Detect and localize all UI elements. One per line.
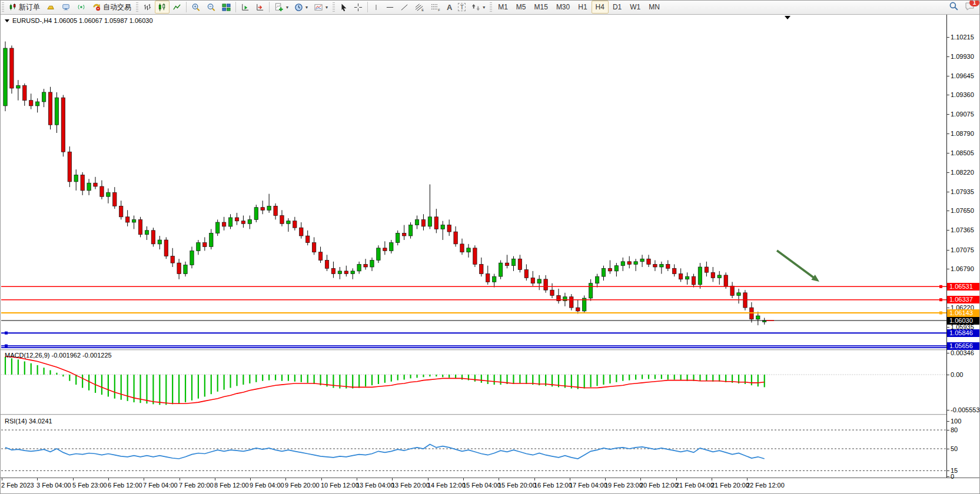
macd-tick — [947, 353, 949, 353]
timeframe-m15[interactable]: M15 — [530, 1, 552, 14]
time-tick — [747, 478, 748, 480]
chevron-down-icon[interactable]: ▾ — [325, 5, 328, 10]
time-tick — [499, 478, 499, 480]
chart-title-bar[interactable]: EURUSD-,H4 1.06005 1.06067 1.05987 1.060… — [5, 17, 153, 24]
timeframe-m1[interactable]: M1 — [494, 1, 512, 14]
zoom-out-button[interactable] — [204, 1, 219, 14]
rsi-indicator-pane[interactable] — [1, 415, 946, 478]
cursor-icon — [340, 3, 348, 12]
timeframe-w1[interactable]: W1 — [626, 1, 645, 14]
time-tick-label: 6 Feb 12:00 — [108, 482, 142, 489]
template-icon — [314, 3, 323, 12]
horizontal-line-button[interactable] — [383, 1, 397, 14]
timeframe-h1[interactable]: H1 — [574, 1, 591, 14]
time-tick — [357, 478, 357, 480]
rsi-tick — [947, 449, 949, 449]
vertical-line-button[interactable] — [370, 1, 383, 14]
gold-ingot-icon — [46, 3, 55, 11]
pane-separator[interactable] — [0, 414, 946, 415]
macd-indicator-pane[interactable] — [1, 351, 946, 414]
timeframe-m30[interactable]: M30 — [552, 1, 574, 14]
signal-button[interactable] — [74, 1, 89, 14]
timeframe-h4[interactable]: H4 — [592, 1, 609, 14]
time-tick — [250, 478, 251, 480]
chart-bars-button[interactable] — [140, 1, 155, 14]
horizontal-line-icon — [386, 3, 394, 12]
line-chart-icon — [172, 3, 181, 12]
chevron-down-icon[interactable]: ▾ — [286, 5, 288, 10]
auto-scroll-button[interactable] — [238, 1, 253, 14]
time-tick — [605, 478, 606, 480]
pane-separator[interactable] — [0, 349, 946, 351]
time-tick — [144, 478, 144, 480]
time-tick — [321, 478, 322, 480]
time-tick-label: 13 Feb 04:00 — [356, 482, 394, 489]
crosshair-button[interactable] — [351, 1, 366, 14]
time-tick — [37, 478, 38, 480]
price-axis[interactable]: 1.102151.099301.096451.093601.090751.087… — [946, 14, 980, 478]
price-tick-label: 1.09645 — [951, 72, 974, 79]
template-button[interactable]: ▾ — [311, 1, 331, 14]
macd-tick-label: -0.005553 — [951, 406, 980, 413]
text-label-icon: T — [458, 3, 466, 11]
timeframe-m5[interactable]: M5 — [512, 1, 530, 14]
price-tick-label: 1.07650 — [951, 207, 974, 214]
shapes-button[interactable]: ▾ — [469, 1, 488, 14]
time-tick-label: 5 Feb 23:00 — [72, 482, 107, 489]
chart-title: EURUSD-,H4 1.06005 1.06067 1.05987 1.060… — [12, 17, 153, 24]
notifications-button[interactable]: 1 — [965, 2, 975, 13]
price-tick — [947, 37, 949, 38]
fibonacci-button[interactable]: F — [428, 1, 444, 14]
main-toolbar: 新订单 自动交易 — [0, 0, 980, 15]
add-indicator-button[interactable]: ▾ — [271, 1, 291, 14]
time-tick — [534, 478, 535, 480]
terminal-button[interactable] — [58, 1, 74, 14]
price-tick-label: 1.09360 — [951, 91, 974, 98]
toolbar-grip[interactable] — [136, 2, 138, 12]
signal-icon — [77, 3, 86, 11]
chart-shift-button[interactable] — [253, 1, 267, 14]
shapes-arrows-icon — [471, 3, 480, 12]
time-axis[interactable]: 2 Feb 20233 Feb 04:005 Feb 23:006 Feb 12… — [0, 478, 980, 494]
macd-tick — [947, 375, 949, 375]
gold-button[interactable] — [43, 1, 58, 14]
trendline-icon — [400, 3, 409, 12]
timeframe-d1[interactable]: D1 — [609, 1, 626, 14]
chevron-down-icon[interactable]: ▾ — [305, 5, 308, 10]
time-tick-label: 2 Feb 2023 — [1, 482, 34, 489]
terminal-icon — [61, 3, 71, 11]
cursor-button[interactable] — [337, 1, 351, 14]
period-button[interactable]: ▾ — [291, 1, 311, 14]
main-price-chart[interactable] — [1, 14, 946, 349]
tile-windows-button[interactable] — [219, 1, 234, 14]
rsi-tick — [947, 470, 949, 471]
chevron-down-icon[interactable]: ▾ — [483, 5, 485, 10]
time-tick-label: 19 Feb 23:00 — [604, 482, 643, 489]
time-tick-label: 22 Feb 12:00 — [746, 482, 785, 489]
new-order-button[interactable]: 新订单 — [6, 1, 43, 14]
macd-label: MACD(12,26,9) -0.001962 -0.001225 — [5, 352, 112, 359]
rsi-label: RSI(14) 34.0241 — [5, 418, 52, 425]
toolbar-separator — [186, 2, 187, 12]
toolbar-grip[interactable] — [333, 2, 335, 12]
collapse-panel-icon[interactable] — [5, 19, 9, 22]
object-anchor-icon[interactable] — [785, 16, 790, 19]
toolbar-separator — [367, 2, 368, 12]
auto-trade-button[interactable]: 自动交易 — [89, 1, 134, 14]
time-tick-label: 14 Feb 12:00 — [427, 482, 466, 489]
text-tool-button[interactable]: A — [444, 1, 455, 14]
new-order-label: 新订单 — [19, 2, 40, 12]
chart-line-button[interactable] — [170, 1, 184, 14]
price-tick-label: 1.08790 — [951, 130, 974, 137]
timeframe-mn[interactable]: MN — [645, 1, 664, 14]
trendline-button[interactable] — [397, 1, 412, 14]
text-label-tool-button[interactable]: T — [455, 1, 469, 14]
toolbar-grip[interactable] — [490, 2, 492, 12]
zoom-in-button[interactable] — [188, 1, 204, 14]
toolbar-grip[interactable] — [2, 2, 4, 12]
search-icon[interactable] — [949, 1, 959, 13]
chart-candles-button[interactable] — [155, 1, 170, 14]
rsi-tick-label: 50 — [951, 445, 958, 452]
time-tick — [570, 478, 570, 480]
equidistant-channel-button[interactable]: E — [412, 1, 428, 14]
